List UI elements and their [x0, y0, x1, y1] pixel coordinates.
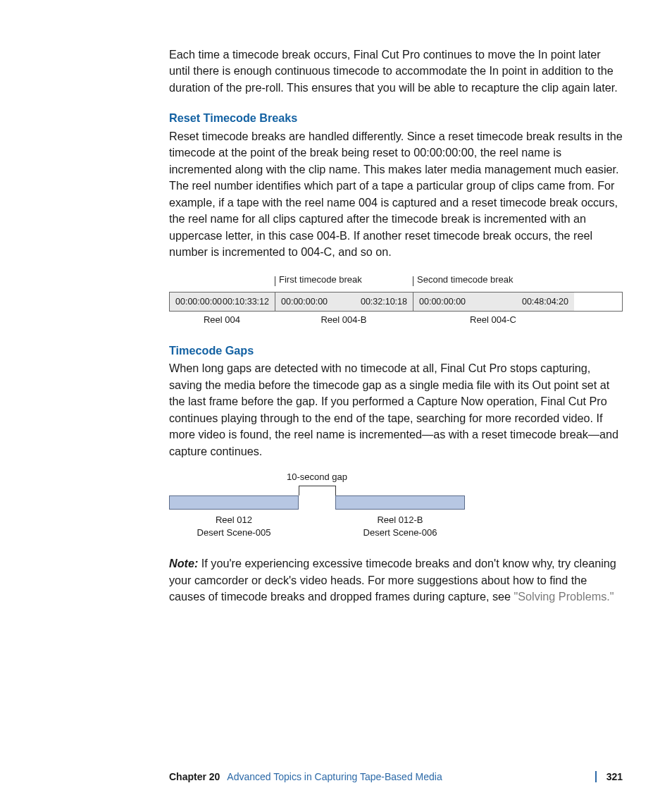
seg1-start: 00:00:00:00 — [175, 295, 222, 308]
gap-row — [169, 495, 465, 511]
note-label: Note: — [169, 557, 198, 569]
segment-3: 00:00:00:00 00:48:04:20 — [413, 292, 574, 311]
reel-1-label: Reel 004 — [169, 314, 275, 327]
diagram1-bar: 00:00:00:00 00:10:33:12 00:00:00:00 00:3… — [169, 292, 623, 312]
first-break-label: First timecode break — [275, 273, 362, 287]
gap-right-label: Reel 012-B Desert Scene-006 — [335, 514, 465, 538]
gaps-paragraph: When long gaps are detected with no time… — [169, 360, 623, 460]
first-break-text: First timecode break — [279, 273, 362, 287]
second-break-text: Second timecode break — [417, 273, 514, 287]
heading-reset-timecode-breaks: Reset Timecode Breaks — [169, 110, 623, 126]
second-break-label: Second timecode break — [413, 273, 514, 287]
seg3-start: 00:00:00:00 — [419, 295, 466, 308]
footer-chapter: Chapter 20 — [169, 770, 220, 784]
seg2-start: 00:00:00:00 — [281, 295, 328, 308]
gap-bracket — [169, 486, 465, 495]
footer-page-number: 321 — [606, 770, 623, 784]
reel-3-label: Reel 004-C — [413, 314, 573, 327]
gap-labels: Reel 012 Desert Scene-005 Reel 012-B Des… — [169, 514, 465, 538]
gap-left-clip: Desert Scene-005 — [169, 526, 299, 539]
seg1-end: 00:10:33:12 — [223, 295, 269, 308]
footer-title: Advanced Topics in Capturing Tape-Based … — [227, 770, 585, 784]
heading-timecode-gaps: Timecode Gaps — [169, 343, 623, 359]
note-paragraph: Note: If you're experiencing excessive t… — [169, 555, 623, 605]
gap-label: 10-second gap — [169, 471, 465, 484]
reset-paragraph: Reset timecode breaks are handled differ… — [169, 128, 623, 261]
intro-paragraph: Each time a timecode break occurs, Final… — [169, 47, 623, 96]
gap-left-reel: Reel 012 — [169, 514, 299, 526]
footer-rule — [595, 771, 597, 782]
diagram-timecode-breaks: First timecode break Second timecode bre… — [169, 273, 623, 327]
page: Each time a timecode break occurs, Final… — [0, 0, 672, 807]
diagram-timecode-gap: 10-second gap Reel 012 Desert Scene-005 … — [169, 471, 465, 538]
diagram1-reel-labels: Reel 004 Reel 004-B Reel 004-C — [169, 314, 623, 327]
seg3-end: 00:48:04:20 — [522, 295, 568, 308]
page-footer: Chapter 20 Advanced Topics in Capturing … — [0, 770, 672, 784]
segment-1: 00:00:00:00 00:10:33:12 — [170, 292, 275, 311]
gap-space — [299, 495, 335, 511]
gap-block-left — [169, 495, 299, 510]
gap-right-clip: Desert Scene-006 — [335, 526, 465, 539]
gap-left-label: Reel 012 Desert Scene-005 — [169, 514, 299, 538]
segment-2: 00:00:00:00 00:32:10:18 — [275, 292, 413, 311]
solving-problems-link[interactable]: "Solving Problems." — [514, 590, 614, 603]
diagram1-break-labels: First timecode break Second timecode bre… — [169, 273, 623, 288]
reel-2-label: Reel 004-B — [275, 314, 413, 327]
gap-block-right — [335, 495, 465, 510]
gap-right-reel: Reel 012-B — [335, 514, 465, 526]
seg2-end: 00:32:10:18 — [361, 295, 407, 308]
